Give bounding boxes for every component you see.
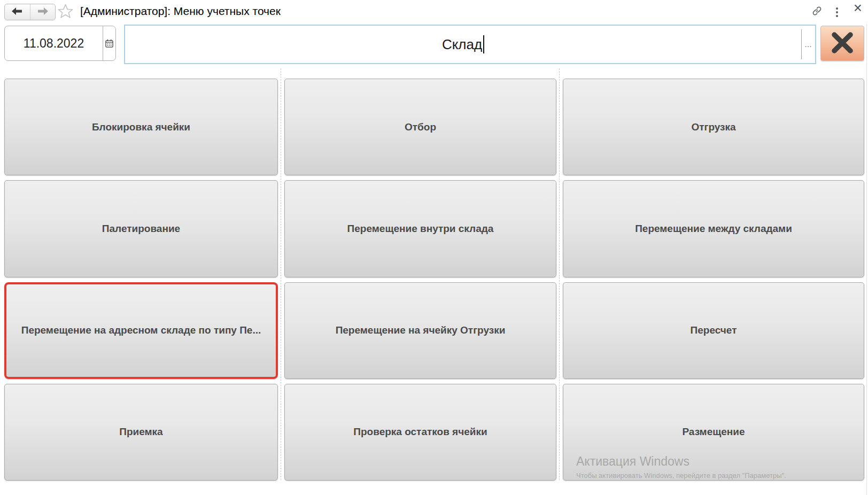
clear-button[interactable] — [820, 26, 864, 61]
menu-button-label: Палетирование — [102, 223, 180, 235]
menu-button-label: Отбор — [405, 121, 436, 133]
link-icon[interactable] — [812, 6, 822, 16]
menu-button[interactable]: Проверка остатков ячейки — [284, 384, 556, 481]
menu-button[interactable]: Блокировка ячейки — [4, 79, 278, 175]
arrow-left-icon — [12, 7, 22, 17]
menu-button[interactable]: Отгрузка — [563, 79, 864, 175]
menu-button-label: Приемка — [119, 426, 162, 438]
calendar-icon[interactable] — [103, 26, 115, 60]
options-button[interactable]: … — [802, 26, 815, 63]
menu-button-label: Проверка остатков ячейки — [353, 426, 487, 438]
menu-button[interactable]: Перемещение внутри склада — [284, 180, 556, 277]
menu-button[interactable]: Палетирование — [4, 180, 278, 277]
menu-button[interactable]: Перемещение между складами — [563, 180, 864, 277]
menu-button-label: Перемещение между складами — [635, 223, 792, 235]
menu-button[interactable]: Размещение — [563, 384, 864, 481]
page-title: [Администратор]: Меню учетных точек — [80, 5, 281, 18]
app-window: [Администратор]: Меню учетных точек × 11… — [0, 0, 868, 495]
menu-button[interactable]: Перемещение на адресном складе по типу П… — [4, 282, 278, 379]
nav-buttons — [4, 4, 56, 20]
menu-grid: Блокировка ячейкиОтборОтгрузкаПалетирова… — [4, 79, 864, 481]
favorite-star-icon[interactable] — [57, 3, 74, 22]
arrow-right-icon — [37, 7, 48, 17]
kebab-dot — [836, 7, 838, 10]
kebab-dot — [836, 15, 838, 17]
menu-button[interactable]: Перемещение на ячейку Отгрузки — [284, 282, 556, 379]
date-field[interactable]: 11.08.2022 — [4, 26, 116, 61]
text-cursor — [483, 35, 484, 53]
kebab-menu-icon[interactable] — [836, 6, 838, 18]
menu-button-label: Перемещение внутри склада — [347, 223, 494, 235]
menu-button-label: Пересчет — [691, 324, 737, 336]
menu-button-label: Размещение — [682, 426, 745, 438]
back-button[interactable] — [5, 4, 30, 20]
search-input[interactable]: Склад … — [124, 25, 816, 64]
menu-button-label: Перемещение на адресном складе по типу П… — [21, 324, 261, 336]
menu-button[interactable]: Пересчет — [563, 282, 864, 379]
window-close-icon[interactable]: × — [854, 1, 862, 16]
x-cross-icon — [830, 31, 855, 56]
menu-button[interactable]: Отбор — [284, 79, 556, 175]
menu-button-label: Отгрузка — [691, 121, 735, 133]
window-edge — [866, 24, 867, 495]
menu-button-label: Перемещение на ячейку Отгрузки — [336, 324, 506, 336]
forward-button[interactable] — [30, 4, 56, 20]
menu-button[interactable]: Приемка — [4, 384, 278, 481]
date-value: 11.08.2022 — [5, 26, 103, 60]
kebab-dot — [836, 11, 838, 13]
search-value: Склад — [442, 36, 482, 53]
menu-button-label: Блокировка ячейки — [92, 121, 190, 133]
search-input-area[interactable]: Склад — [125, 26, 801, 63]
